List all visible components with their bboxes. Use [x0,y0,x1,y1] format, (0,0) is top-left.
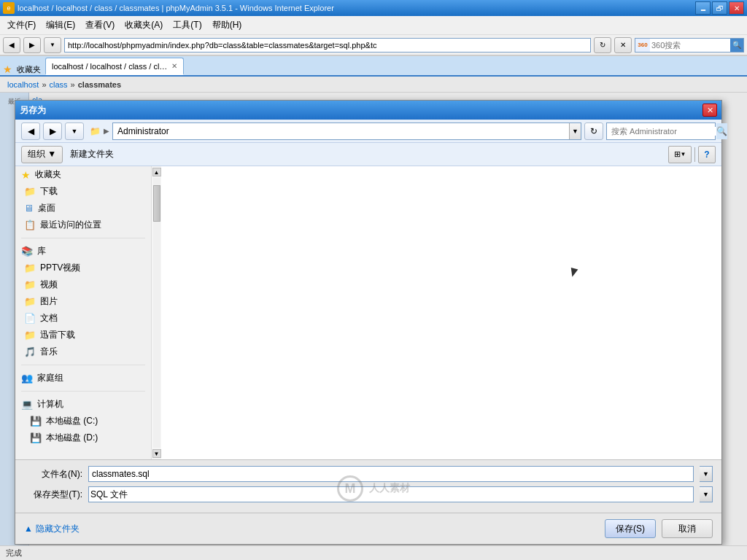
file-area[interactable] [161,166,721,459]
dialog-search-input[interactable] [607,127,716,136]
toolbar-area: 文件(F) 编辑(E) 查看(V) 收藏夹(A) 工具(T) 帮助(H) ◀ ▶… [0,16,747,56]
sidebar-item-pptv[interactable]: 📁 PPTV视频 [15,260,151,276]
menu-view[interactable]: 查看(V) [81,18,119,33]
computer-icon: 💻 [21,399,33,410]
drive-c-icon: 💾 [30,416,42,427]
menu-file[interactable]: 文件(F) [3,18,40,33]
star-icon: ★ [21,169,31,181]
folder-icon-download: 📁 [24,186,36,197]
sidebar-scroll-wrapper: ★ 收藏夹 📁 下载 🖥 桌面 [15,166,161,459]
homegroup-header[interactable]: 👥 家庭组 [15,370,151,386]
folder-icon-music: 🎵 [24,346,36,357]
refresh-button[interactable]: ↻ [594,37,611,53]
folder-icon-video: 📁 [24,279,36,290]
sidebar-divider-1 [21,238,145,238]
cancel-button[interactable]: 取消 [662,519,713,538]
cursor-arrow [569,268,578,278]
folder-icon-pictures: 📁 [24,296,36,307]
breadcrumb-sep-2: » [71,80,75,89]
back-button[interactable]: ◀ [3,37,20,53]
sidebar-label-music: 音乐 [40,346,58,358]
close-button[interactable]: ✕ [729,1,744,15]
filetype-dropdown[interactable]: ▼ [700,486,713,502]
dialog-address-input[interactable] [113,126,569,136]
search-logo: 360 [635,39,650,52]
filename-dropdown[interactable]: ▼ [700,466,713,482]
hide-folders-label: 隐藏文件夹 [36,523,80,535]
sidebar-label-pictures: 图片 [40,295,58,308]
sidebar-item-pictures[interactable]: 📁 图片 [15,293,151,310]
tab-close-icon[interactable]: ✕ [171,62,177,70]
ie-window: e localhost / localhost / class / classm… [0,0,747,560]
ie-icon: e [3,2,15,14]
homegroup-icon: 👥 [21,373,33,384]
restore-button[interactable]: 🗗 [712,1,727,15]
dialog-search-wrapper: 🔍 [606,122,716,140]
status-text: 完成 [6,548,22,559]
active-tab[interactable]: localhost / localhost / class / classmat… [45,58,184,75]
scrollbar-track [153,178,160,448]
dialog-refresh-button[interactable]: ↻ [584,122,603,140]
dialog-addr-dropdown[interactable]: ▼ [569,123,581,139]
menu-edit[interactable]: 编辑(E) [42,18,80,33]
sidebar-item-video[interactable]: 📁 视频 [15,276,151,293]
new-folder-button[interactable]: 新建文件夹 [64,146,120,163]
favorites-label[interactable]: 收藏夹 [17,64,41,75]
view-button[interactable]: ⊞ ▼ [668,146,692,163]
dialog-search-button[interactable]: 🔍 [716,123,727,139]
sidebar-label-thunder: 迅雷下载 [40,329,75,341]
sidebar-item-recent[interactable]: 📋 最近访问的位置 [15,217,151,233]
library-header: 📚 库 [15,243,151,260]
dialog-back-button[interactable]: ◀ [21,122,40,140]
forward-button[interactable]: ▶ [23,37,41,53]
library-icon: 📚 [21,246,33,257]
scrollbar-up-button[interactable]: ▲ [152,168,161,176]
dialog-close-button[interactable]: ✕ [703,104,717,117]
minimize-button[interactable]: 🗕 [695,1,711,15]
dialog-dropdown-button[interactable]: ▼ [65,122,84,140]
sidebar-item-thunder[interactable]: 📁 迅雷下载 [15,327,151,343]
title-bar: e localhost / localhost / class / classm… [0,0,747,16]
help-button[interactable]: ? [698,146,716,163]
folder-icon-documents: 📄 [24,313,36,324]
sidebar-item-desktop[interactable]: 🖥 桌面 [15,200,151,217]
hide-icon: ▲ [24,524,33,534]
sidebar-item-music[interactable]: 🎵 音乐 [15,343,151,360]
menu-help[interactable]: 帮助(H) [208,18,247,33]
sidebar-item-download[interactable]: 📁 下载 [15,183,151,200]
dialog-view-toolbar: 组织 ▼ 新建文件夹 ⊞ ▼ ? [15,143,721,166]
breadcrumb-item-1[interactable]: localhost [7,80,39,89]
search-button[interactable]: 🔍 [730,39,743,52]
homegroup-label: 家庭组 [37,372,63,384]
sidebar-item-documents[interactable]: 📄 文档 [15,310,151,327]
stop-button[interactable]: ✕ [614,37,632,53]
search-box: 360 🔍 [635,38,744,52]
breadcrumb-item-2[interactable]: class [50,80,68,89]
menu-favorites[interactable]: 收藏夹(A) [120,18,167,33]
address-input[interactable] [64,38,591,52]
favorites-header-label: 收藏夹 [35,168,61,181]
menu-bar: 文件(F) 编辑(E) 查看(V) 收藏夹(A) 工具(T) 帮助(H) [0,16,747,35]
dropdown-button[interactable]: ▼ [44,37,61,53]
hide-folders-toggle[interactable]: ▲ 隐藏文件夹 [24,523,599,535]
dialog-title-text: 另存为 [20,104,46,117]
sidebar-label-download: 下载 [40,185,58,198]
sidebar-item-d-drive[interactable]: 💾 本地磁盘 (D:) [15,429,151,446]
sidebar-divider-3 [21,391,145,392]
dialog-main-area [161,166,721,459]
dialog-content: ★ 收藏夹 📁 下载 🖥 桌面 [15,166,721,459]
sidebar-item-c-drive[interactable]: 💾 本地磁盘 (C:) [15,413,151,429]
computer-header[interactable]: 💻 计算机 [15,396,151,413]
menu-tools[interactable]: 工具(T) [169,18,206,33]
save-button[interactable]: 保存(S) [605,519,656,538]
recent-icon: 📋 [24,219,36,230]
organize-button[interactable]: 组织 ▼ [21,146,63,163]
tabs-bar: ★ 收藏夹 localhost / localhost / class / cl… [0,56,747,77]
dialog-forward-button[interactable]: ▶ [43,122,62,140]
search-input[interactable] [650,41,730,50]
sidebar-label-desktop: 桌面 [38,202,55,214]
scrollbar-thumb[interactable] [153,185,160,222]
folder-icon-thunder: 📁 [24,330,36,341]
scrollbar-down-button[interactable]: ▼ [152,449,161,458]
sidebar-label-video: 视频 [40,279,58,291]
